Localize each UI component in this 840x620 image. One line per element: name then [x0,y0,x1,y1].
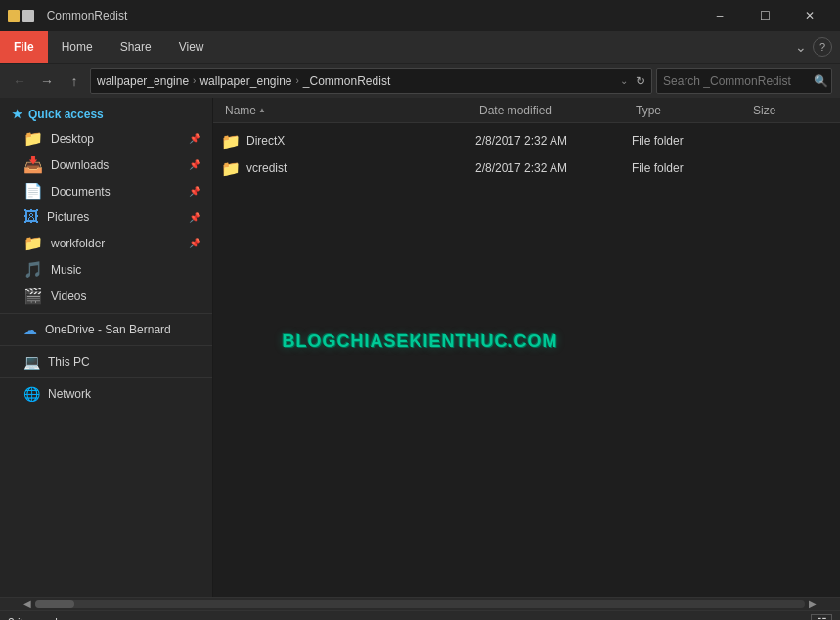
thispc-label: This PC [48,355,90,369]
sidebar-item-downloads[interactable]: 📥 Downloads 📌 [0,152,212,178]
column-date-label: Date modified [479,104,552,117]
scrollbar-track[interactable] [35,600,805,608]
workfolder-folder-icon: 📁 [23,234,43,252]
sidebar-item-desktop[interactable]: 📁 Desktop 📌 [0,125,212,152]
sidebar-divider-3 [0,377,212,378]
quick-access-label: Quick access [28,108,104,121]
sidebar-item-music[interactable]: 🎵 Music [0,256,212,283]
table-row[interactable]: 📁 vcredist 2/8/2017 2:32 AM File folder [213,155,840,182]
column-header-date[interactable]: Date modified [475,104,632,117]
sidebar-item-music-label: Music [51,263,81,277]
ribbon-tab-home[interactable]: Home [48,31,107,63]
pictures-pin-icon: 📌 [189,212,200,223]
address-path[interactable]: wallpaper_engine › wallpaper_engine › _C… [90,68,652,94]
search-box[interactable]: 🔍 [656,68,832,94]
ribbon: File Home Share View ⌄ ? [0,31,840,63]
documents-folder-icon: 📄 [23,182,43,200]
horizontal-scrollbar: ◀ ▶ [0,597,840,610]
sidebar-item-documents-label: Documents [51,185,111,199]
ribbon-tab-share[interactable]: Share [107,31,165,63]
details-view-button[interactable]: ≣ [785,614,807,621]
sort-arrow-icon: ▲ [258,106,266,114]
close-button[interactable]: ✕ [787,0,832,31]
file-cell-type-vcredist: File folder [632,161,749,175]
sidebar-item-videos[interactable]: 🎬 Videos [0,283,212,309]
scroll-left-arrow[interactable]: ◀ [20,598,35,609]
file-list: 📁 DirectX 2/8/2017 2:32 AM File folder 📁… [213,123,840,597]
ribbon-help-button[interactable]: ? [813,37,832,57]
file-cell-name-directx: 📁 DirectX [221,132,475,151]
file-column-headers: Name ▲ Date modified Type Size [213,98,840,123]
search-input[interactable] [663,74,810,88]
path-dropdown-icon[interactable]: ⌄ [620,75,628,86]
column-header-type[interactable]: Type [632,104,749,117]
file-cell-name-vcredist: 📁 vcredist [221,159,475,178]
documents-pin-icon: 📌 [189,186,200,197]
item-count: 2 items [8,616,46,621]
path-segment-2: wallpaper_engine [199,74,291,88]
ribbon-right: ⌄ ? [795,37,840,57]
network-label: Network [48,387,91,401]
path-segment-3: _CommonRedist [303,74,390,88]
ribbon-tab-view[interactable]: View [165,31,218,63]
onedrive-icon: ☁ [23,322,37,337]
column-size-label: Size [753,104,775,117]
table-row[interactable]: 📁 DirectX 2/8/2017 2:32 AM File folder [213,127,840,155]
column-header-name[interactable]: Name ▲ [221,104,475,117]
column-header-size[interactable]: Size [749,104,827,117]
file-pane: Name ▲ Date modified Type Size 📁 DirectX… [213,98,840,597]
path-sep-2: › [296,75,299,86]
column-name-label: Name [225,104,256,117]
file-name-directx: DirectX [246,134,285,148]
sidebar-item-documents[interactable]: 📄 Documents 📌 [0,178,212,204]
folder-icon-directx: 📁 [221,132,241,151]
status-bar: 2 items | ≣ ☷ [0,610,840,620]
search-icon: 🔍 [814,74,828,88]
view-toggle-buttons: ≣ ☷ [785,614,832,621]
star-icon: ★ [12,108,22,121]
title-bar-icons [8,10,34,22]
sidebar-item-videos-label: Videos [51,289,86,303]
refresh-icon[interactable]: ↻ [636,74,645,88]
sidebar-item-network[interactable]: 🌐 Network [0,382,212,406]
path-sep-1: › [193,75,196,86]
minimize-button[interactable]: – [697,0,742,31]
sidebar-item-workfolder[interactable]: 📁 workfolder 📌 [0,230,212,256]
thispc-icon: 💻 [23,354,40,370]
title-icon-gray [22,10,34,22]
scrollbar-thumb[interactable] [35,600,74,608]
status-info: 2 items | [8,616,64,621]
desktop-pin-icon: 📌 [189,133,200,144]
up-button[interactable]: ↑ [63,69,86,93]
desktop-folder-icon: 📁 [23,129,43,148]
path-segment-1: wallpaper_engine [97,74,189,88]
music-folder-icon: 🎵 [23,260,43,279]
address-bar: ← → ↑ wallpaper_engine › wallpaper_engin… [0,63,840,98]
sidebar-item-desktop-label: Desktop [51,132,94,146]
file-name-vcredist: vcredist [246,161,287,175]
sidebar-item-pictures-label: Pictures [47,210,89,224]
sidebar-item-onedrive[interactable]: ☁ OneDrive - San Bernard [0,318,212,341]
status-divider: | [55,616,58,621]
ribbon-tab-file[interactable]: File [0,31,48,63]
downloads-folder-icon: 📥 [23,155,43,174]
forward-button[interactable]: → [35,69,59,93]
sidebar-divider-1 [0,313,212,314]
sidebar-item-thispc[interactable]: 💻 This PC [0,350,212,374]
list-view-button[interactable]: ☷ [811,614,832,621]
downloads-pin-icon: 📌 [189,159,200,170]
title-bar: _CommonRedist – ☐ ✕ [0,0,840,31]
maximize-button[interactable]: ☐ [742,0,787,31]
scroll-right-arrow[interactable]: ▶ [805,598,820,609]
onedrive-label: OneDrive - San Bernard [45,323,171,336]
sidebar-item-downloads-label: Downloads [51,158,109,172]
ribbon-collapse-icon[interactable]: ⌄ [795,39,807,55]
folder-icon-vcredist: 📁 [221,159,241,178]
sidebar-divider-2 [0,345,212,346]
sidebar-item-workfolder-label: workfolder [51,237,105,250]
sidebar: ★ Quick access 📁 Desktop 📌 📥 Downloads 📌… [0,98,213,597]
pictures-folder-icon: 🖼 [23,208,39,226]
sidebar-item-pictures[interactable]: 🖼 Pictures 📌 [0,204,212,230]
back-button[interactable]: ← [8,69,31,93]
window-controls: – ☐ ✕ [697,0,832,31]
